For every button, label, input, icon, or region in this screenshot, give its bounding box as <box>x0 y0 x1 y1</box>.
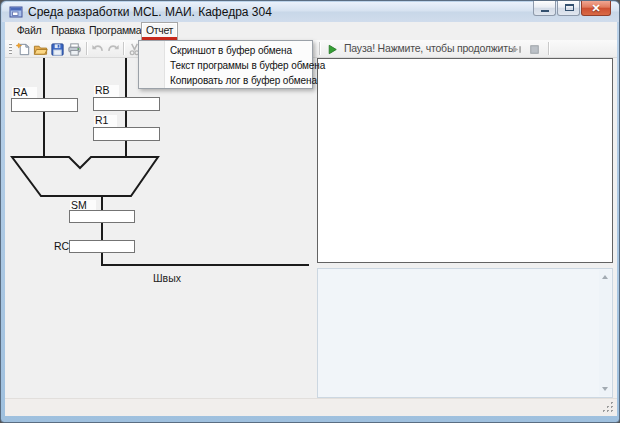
print-icon <box>67 42 82 57</box>
menu-item-screenshot-to-clipboard[interactable]: Скриншот в буфер обмена <box>139 43 312 58</box>
output-scrollbar[interactable] <box>599 270 611 396</box>
output-bus-label: Швых <box>153 272 181 284</box>
undo-button[interactable] <box>89 41 106 58</box>
menu-file[interactable]: Файл <box>11 22 47 40</box>
stop-icon <box>527 42 542 57</box>
menu-edit[interactable]: Правка <box>47 22 89 40</box>
scroll-up-icon[interactable] <box>602 275 608 279</box>
new-document-icon <box>16 42 31 57</box>
scroll-down-icon[interactable] <box>602 387 608 391</box>
new-file-button[interactable] <box>15 41 32 58</box>
step-button[interactable] <box>508 41 525 58</box>
toolbar-grip[interactable] <box>9 43 12 55</box>
toolbar-separator <box>548 42 549 55</box>
register-ra-value[interactable] <box>11 98 78 112</box>
register-sm-value[interactable] <box>69 210 135 223</box>
run-status-label: Пауза! Нажмите, чтобы продолжить: <box>344 40 516 58</box>
maximize-button[interactable] <box>557 1 580 16</box>
register-rb-value[interactable] <box>93 97 160 111</box>
open-folder-icon <box>33 42 48 57</box>
register-rb-label: RB <box>94 85 119 97</box>
status-bar <box>5 398 617 416</box>
toolbar-separator <box>123 42 124 55</box>
close-icon: ✕ <box>582 1 610 15</box>
redo-icon <box>106 42 121 57</box>
resize-grip[interactable] <box>603 402 615 414</box>
menu-report-label: Отчет <box>146 24 173 36</box>
register-rc-value[interactable] <box>69 240 135 253</box>
redo-button[interactable] <box>105 41 122 58</box>
title-bar[interactable]: Среда разработки MCL. МАИ. Кафедра 304 <box>2 2 620 22</box>
menu-bar: Файл Правка Программа Отчет <box>5 22 617 40</box>
step-icon <box>509 42 524 57</box>
print-button[interactable] <box>66 41 83 58</box>
save-button[interactable] <box>49 41 66 58</box>
run-button[interactable] <box>324 41 341 58</box>
toolbar-separator <box>86 42 87 55</box>
register-r1-value[interactable] <box>93 127 160 141</box>
close-button[interactable]: ✕ <box>581 1 611 16</box>
play-icon <box>325 42 340 57</box>
window-title: Среда разработки MCL. МАИ. Кафедра 304 <box>28 5 272 19</box>
open-file-button[interactable] <box>32 41 49 58</box>
output-log-panel[interactable] <box>317 268 613 398</box>
menu-item-copy-log-to-clipboard[interactable]: Копировать лог в буфер обмена <box>139 73 312 88</box>
window-controls: ✕ <box>532 1 611 16</box>
minimize-button[interactable] <box>533 1 556 16</box>
register-r1-label: R1 <box>94 115 117 127</box>
alu-shape <box>12 157 158 196</box>
undo-icon <box>90 42 105 57</box>
menu-item-program-text-to-clipboard[interactable]: Текст программы в буфер обмена <box>139 58 312 73</box>
toolbar-separator <box>319 42 320 55</box>
program-log-panel[interactable] <box>317 58 613 263</box>
output-bus-wire <box>102 196 309 265</box>
minimize-icon <box>541 10 549 12</box>
app-window: Среда разработки MCL. МАИ. Кафедра 304 ✕… <box>0 0 620 423</box>
stop-button[interactable] <box>526 41 543 58</box>
menu-program[interactable]: Программа <box>89 22 141 40</box>
menu-report[interactable]: Отчет <box>141 22 178 40</box>
save-icon <box>50 42 65 57</box>
maximize-icon <box>565 4 574 11</box>
app-icon <box>9 5 23 19</box>
register-rc-label: RC <box>54 241 69 252</box>
report-dropdown-menu: Скриншот в буфер обмена Текст программы … <box>138 40 313 89</box>
